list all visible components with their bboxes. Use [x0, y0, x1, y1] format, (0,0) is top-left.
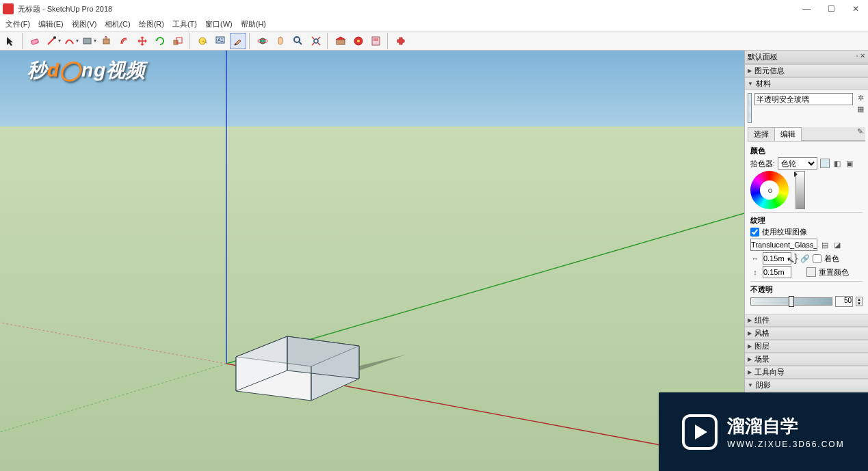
section-label: 风格: [754, 328, 770, 338]
section-scenes[interactable]: ▶场景: [745, 353, 868, 366]
warehouse-tool[interactable]: [332, 33, 349, 49]
window-controls: — ☐ ✕: [794, 0, 868, 18]
rotate-tool[interactable]: [152, 33, 168, 49]
browse-texture-icon[interactable]: ▤: [820, 240, 830, 250]
opacity-value[interactable]: 50: [835, 296, 853, 307]
reset-color-label: 重置颜色: [819, 267, 849, 278]
svg-line-20: [0, 364, 226, 432]
picker-label: 拾色器:: [750, 159, 775, 169]
section-instructor[interactable]: ▶工具向导: [745, 366, 868, 379]
section-label: 图元信息: [754, 66, 785, 76]
paint-tool[interactable]: [230, 33, 246, 49]
menu-tools[interactable]: 工具(T): [168, 18, 201, 31]
tab-edit[interactable]: 编辑: [774, 127, 802, 141]
texture-width-input[interactable]: [763, 252, 791, 265]
material-tabs: 选择 编辑 ✎: [748, 127, 865, 142]
maximize-button[interactable]: ☐: [819, 0, 843, 18]
section-material[interactable]: ▼材料: [745, 77, 868, 90]
main-toolbar: ▾ ▾ ▾ A1: [0, 31, 868, 51]
width-arrow-icon: ↔: [750, 254, 760, 263]
tray-title-label: 默认面板: [748, 53, 778, 61]
section-label: 工具向导: [754, 367, 785, 377]
extension-warehouse-tool[interactable]: [350, 33, 367, 49]
section-label: 场景: [754, 354, 770, 364]
material-edit-body: 颜色 拾色器: 色轮 ◧ ▣ 纹理: [748, 142, 865, 311]
section-style[interactable]: ▶风格: [745, 327, 868, 340]
svg-rect-13: [337, 40, 345, 44]
create-material-icon[interactable]: ✲: [856, 93, 865, 103]
zoom-extents-tool[interactable]: [308, 33, 324, 49]
section-label: 图层: [754, 341, 770, 351]
pin-icon[interactable]: ▫ ✕: [856, 52, 865, 59]
svg-rect-0: [31, 38, 38, 44]
close-button[interactable]: ✕: [843, 0, 868, 18]
current-color-chip[interactable]: [820, 159, 830, 168]
section-shadows[interactable]: ▼阴影: [745, 379, 868, 392]
default-material-icon[interactable]: ▦: [856, 104, 865, 113]
rectangle-tool[interactable]: ▾: [81, 33, 97, 49]
material-preview-swatch[interactable]: [748, 93, 752, 123]
offset-tool[interactable]: [116, 33, 133, 49]
section-components[interactable]: ▶组件: [745, 314, 868, 327]
color-wheel-pointer[interactable]: [768, 189, 772, 193]
lock-icon[interactable]: 🔗: [800, 254, 810, 263]
eraser-tool[interactable]: [27, 33, 44, 49]
text-tool[interactable]: A1: [212, 33, 228, 49]
menu-draw[interactable]: 绘图(R): [135, 18, 168, 31]
toolbar-separator: [327, 33, 330, 49]
minimize-button[interactable]: —: [794, 0, 819, 18]
svg-rect-17: [373, 38, 378, 41]
tab-select[interactable]: 选择: [748, 127, 775, 141]
window-title: 无标题 - SketchUp Pro 2018: [18, 4, 112, 14]
opacity-slider[interactable]: [750, 297, 832, 306]
extension-manager-tool[interactable]: [393, 33, 409, 49]
scene-axes: [0, 51, 744, 471]
match-screen-icon[interactable]: ◧: [832, 159, 842, 168]
use-texture-checkbox[interactable]: [750, 228, 759, 237]
reset-color-chip[interactable]: [806, 267, 816, 277]
texture-height-input[interactable]: [763, 266, 791, 278]
promo-banner: 溜溜自学 WWW.ZIXUE.3D66.COM: [659, 392, 868, 471]
arc-tool[interactable]: ▾: [63, 33, 79, 49]
watermark-logo: 秒d◯ng视频: [27, 57, 146, 83]
menu-file[interactable]: 文件(F): [1, 18, 34, 31]
menu-camera[interactable]: 相机(C): [101, 18, 134, 31]
menu-view[interactable]: 视图(V): [68, 18, 101, 31]
match-object-icon[interactable]: ▣: [845, 159, 854, 168]
opacity-spinner[interactable]: ▲▼: [856, 297, 863, 306]
svg-rect-4: [174, 40, 178, 44]
section-layers[interactable]: ▶图层: [745, 340, 868, 353]
toolbar-separator: [189, 33, 192, 49]
layout-tool[interactable]: [368, 33, 384, 49]
picker-mode-select[interactable]: 色轮: [778, 157, 817, 170]
svg-rect-3: [103, 39, 109, 44]
menu-window[interactable]: 窗口(W): [201, 18, 237, 31]
texture-file-input[interactable]: [750, 239, 817, 251]
toolbar-separator: [22, 33, 25, 49]
scale-tool[interactable]: [170, 33, 186, 49]
play-icon: [682, 414, 718, 450]
section-label: 阴影: [756, 380, 771, 390]
menu-help[interactable]: 帮助(H): [237, 18, 270, 31]
section-entity-info[interactable]: ▶图元信息: [745, 64, 868, 77]
color-section-label: 颜色: [750, 146, 863, 156]
material-name-input[interactable]: [754, 93, 853, 105]
tray-title[interactable]: 默认面板 ▫ ✕: [745, 51, 868, 64]
zoom-tool[interactable]: [290, 33, 306, 49]
move-tool[interactable]: [134, 33, 150, 49]
colorize-checkbox[interactable]: [813, 254, 821, 263]
pushpull-tool[interactable]: [98, 33, 115, 49]
eyedropper-icon[interactable]: ✎: [854, 127, 865, 141]
menu-bar: 文件(F) 编辑(E) 视图(V) 相机(C) 绘图(R) 工具(T) 窗口(W…: [0, 18, 868, 31]
line-tool[interactable]: ▾: [45, 33, 62, 49]
orbit-tool[interactable]: [254, 33, 271, 49]
tape-tool[interactable]: [194, 33, 211, 49]
menu-edit[interactable]: 编辑(E): [34, 18, 68, 31]
viewport-3d[interactable]: 秒d◯ng视频: [0, 51, 744, 471]
pan-tool[interactable]: [272, 33, 289, 49]
edit-texture-icon[interactable]: ◪: [832, 240, 842, 250]
value-slider[interactable]: [795, 171, 805, 209]
svg-line-22: [0, 323, 226, 364]
select-tool[interactable]: [3, 33, 19, 49]
aspect-lock-icon[interactable]: }: [794, 252, 798, 265]
